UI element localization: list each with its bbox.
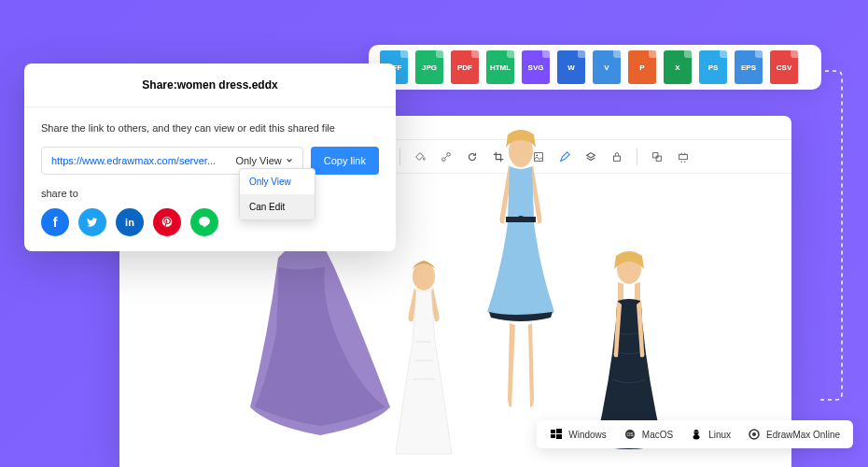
svg-point-3 — [442, 157, 446, 161]
svg-rect-17 — [551, 430, 555, 433]
share-dialog-title: Share:women dress.eddx — [24, 64, 396, 107]
share-url-text: https://www.edrawmax.com/server... — [51, 155, 216, 166]
svg-rect-18 — [556, 429, 562, 433]
svg-point-25 — [695, 432, 696, 432]
share-to-label: share to — [41, 188, 379, 199]
linkedin-button[interactable]: in — [116, 208, 144, 236]
export-pdf-icon[interactable]: PDF — [451, 50, 479, 84]
figure-blue-dress[interactable] — [465, 127, 577, 445]
figure-white-dress[interactable] — [379, 258, 468, 463]
svg-rect-8 — [653, 152, 658, 157]
platform-macos[interactable]: OS MacOS — [623, 428, 673, 441]
export-svg-icon[interactable]: SVG — [522, 50, 550, 84]
export-ps-icon[interactable]: PS — [699, 50, 727, 84]
svg-point-26 — [697, 432, 698, 432]
svg-rect-10 — [679, 154, 688, 159]
lock-tool-icon[interactable] — [607, 147, 627, 167]
linux-icon — [690, 428, 703, 441]
twitter-button[interactable] — [78, 208, 106, 236]
svg-point-23 — [694, 430, 699, 435]
platform-bar: Windows OS MacOS Linux EdrawMax Online — [537, 420, 853, 448]
layer-tool-icon[interactable] — [581, 147, 601, 167]
svg-point-12 — [413, 262, 435, 290]
line-button[interactable] — [190, 208, 218, 236]
svg-point-15 — [517, 216, 525, 223]
stroke-tool-icon[interactable] — [436, 147, 456, 167]
group-tool-icon[interactable] — [647, 147, 667, 167]
svg-rect-9 — [656, 156, 661, 161]
chrome-icon — [748, 428, 761, 441]
svg-rect-19 — [551, 434, 555, 438]
copy-link-button[interactable]: Copy link — [311, 147, 379, 175]
export-word-icon[interactable]: W — [557, 50, 585, 84]
export-visio-icon[interactable]: V — [593, 50, 621, 84]
svg-point-4 — [447, 152, 451, 156]
chevron-down-icon — [286, 157, 293, 164]
export-excel-icon[interactable]: X — [664, 50, 692, 84]
export-html-icon[interactable]: HTML — [486, 50, 514, 84]
permission-dropdown: Only View Can Edit — [239, 168, 315, 220]
permission-select[interactable]: Only View — [235, 155, 292, 166]
platform-online[interactable]: EdrawMax Online — [748, 428, 840, 441]
toolbar-separator — [399, 149, 400, 165]
svg-point-24 — [693, 435, 700, 440]
social-buttons: f in — [41, 208, 379, 236]
share-dialog: Share:women dress.eddx Share the link to… — [24, 64, 396, 251]
share-description: Share the link to others, and they can v… — [41, 122, 379, 134]
toolbar-separator — [637, 149, 637, 165]
dropdown-can-edit[interactable]: Can Edit — [240, 194, 315, 219]
platform-linux[interactable]: Linux — [690, 428, 731, 441]
windows-icon — [550, 428, 563, 441]
export-eps-icon[interactable]: EPS — [735, 50, 763, 84]
svg-point-28 — [752, 432, 756, 436]
export-format-bar: TIFF JPG PDF HTML SVG W V P X PS EPS CSV — [369, 45, 821, 90]
macos-icon: OS — [623, 428, 637, 441]
export-csv-icon[interactable]: CSV — [770, 50, 798, 84]
svg-rect-20 — [556, 434, 562, 439]
svg-text:OS: OS — [626, 432, 634, 437]
connector-arrow — [808, 58, 846, 413]
fill-tool-icon[interactable] — [410, 147, 430, 167]
pinterest-button[interactable] — [153, 208, 181, 236]
dropdown-only-view[interactable]: Only View — [240, 169, 315, 194]
arrange-tool-icon[interactable] — [673, 147, 693, 167]
svg-rect-7 — [614, 156, 621, 161]
platform-windows[interactable]: Windows — [550, 428, 607, 441]
export-jpg-icon[interactable]: JPG — [415, 50, 443, 84]
facebook-button[interactable]: f — [41, 208, 69, 236]
export-powerpoint-icon[interactable]: P — [628, 50, 656, 84]
